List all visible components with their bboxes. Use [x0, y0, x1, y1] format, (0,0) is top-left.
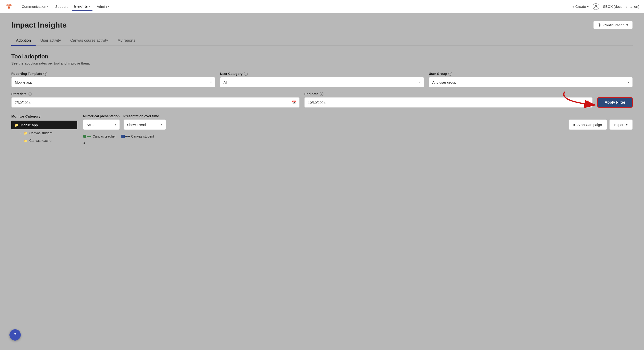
monitor-sidebar: Monitor Category 📁 Mobile app 📁 Canvas s…	[11, 114, 77, 145]
gear-icon	[598, 23, 602, 27]
reporting-template-label: Reporting Template i	[11, 72, 215, 76]
bottom-section: Monitor Category 📁 Mobile app 📁 Canvas s…	[11, 114, 633, 145]
svg-point-2	[8, 6, 10, 9]
monitor-item-mobile-app[interactable]: 📁 Mobile app	[11, 121, 77, 129]
numerical-presentation-label: Numerical presentation	[83, 114, 120, 118]
folder-icon: 📁	[24, 131, 28, 135]
chart-y-value: 3	[83, 141, 633, 145]
chevron-down-icon: ▾	[587, 4, 589, 9]
page-title: Impact Insights	[11, 21, 67, 29]
chevron-down-icon: ▾	[210, 80, 212, 84]
page-header: Impact Insights Configuration ▾	[11, 21, 633, 29]
chevron-down-icon: ▾	[47, 5, 48, 8]
apply-filter-button[interactable]: Apply Filter	[597, 97, 633, 108]
reporting-template-group: Reporting Template i Mobile app ▾	[11, 72, 215, 87]
chevron-down-icon: ▾	[115, 123, 116, 126]
user-category-group: User Category i All ▾	[220, 72, 424, 87]
user-avatar[interactable]	[592, 3, 599, 10]
topnav: Communication ▾ Support Insights ▾ Admin…	[0, 0, 644, 13]
legend-canvas-teacher: Canvas teacher	[83, 134, 116, 138]
user-category-label: User Category i	[220, 72, 424, 76]
monitor-category-label: Monitor Category	[11, 114, 77, 118]
chevron-down-icon: ▾	[108, 5, 109, 8]
nav-admin[interactable]: Admin ▾	[94, 2, 112, 10]
user-group-group: User Group i Any user group ▾	[429, 72, 633, 87]
filter-row-1: Reporting Template i Mobile app ▾ User C…	[11, 72, 633, 87]
configuration-button[interactable]: Configuration ▾	[593, 21, 633, 29]
date-row: Start date i 7/30/2024 📅 End date i 10/3…	[11, 92, 633, 108]
numerical-presentation-group: Numerical presentation Actual ▾	[83, 114, 120, 130]
user-group-label: User Group i	[429, 72, 633, 76]
nav-support[interactable]: Support	[52, 2, 70, 10]
chart-legend: Canvas teacher Canvas student	[83, 134, 633, 138]
org-name: SBOX (documentation)	[603, 4, 639, 8]
svg-point-3	[595, 5, 596, 7]
monitor-child-canvas-teacher[interactable]: 📁 Canvas teacher	[11, 137, 77, 144]
chart-controls: Numerical presentation Actual ▾ Presenta…	[83, 114, 633, 130]
apply-filter-container: Apply Filter	[597, 97, 633, 108]
help-button[interactable]: ?	[10, 329, 21, 341]
section-subtitle: See the adoption rates per tool and impr…	[11, 61, 633, 65]
tab-my-reports[interactable]: My reports	[113, 36, 140, 46]
start-date-label: Start date i	[11, 92, 300, 96]
chevron-down-icon: ▾	[419, 80, 420, 84]
presentation-over-time-select[interactable]: Show Trend ▾	[124, 119, 166, 130]
topnav-right: + Create ▾ SBOX (documentation)	[572, 3, 639, 10]
presentation-over-time-label: Presentation over time	[124, 114, 166, 118]
chevron-down-icon: ▾	[628, 80, 629, 84]
main-content: Impact Insights Configuration ▾ Adoption…	[0, 13, 644, 350]
section-title: Tool adoption	[11, 53, 633, 60]
calendar-icon: 📅	[291, 100, 296, 105]
info-icon: i	[448, 72, 452, 76]
end-date-input[interactable]: 10/30/2024 📅	[304, 97, 592, 108]
start-campaign-button[interactable]: ▶ Start Campaign	[568, 119, 607, 130]
start-date-group: Start date i 7/30/2024 📅	[11, 92, 300, 108]
user-group-select[interactable]: Any user group ▾	[429, 77, 633, 87]
chart-area: Numerical presentation Actual ▾ Presenta…	[77, 114, 633, 145]
date-section: Start date i 7/30/2024 📅 End date i 10/3…	[11, 92, 633, 108]
end-date-group: End date i 10/30/2024 📅	[304, 92, 592, 108]
chevron-down-icon: ▾	[626, 122, 628, 127]
nav-communication[interactable]: Communication ▾	[19, 2, 52, 10]
svg-point-4	[599, 24, 600, 26]
legend-canvas-student: Canvas student	[122, 134, 154, 138]
user-category-select[interactable]: All ▾	[220, 77, 424, 87]
info-icon: i	[28, 92, 32, 96]
svg-point-0	[6, 4, 9, 6]
info-icon: i	[320, 92, 324, 96]
chart-action-buttons: ▶ Start Campaign Export ▾	[568, 119, 633, 130]
numerical-presentation-select[interactable]: Actual ▾	[83, 119, 120, 130]
create-button[interactable]: + Create ▾	[572, 4, 589, 9]
folder-icon: 📁	[14, 123, 18, 127]
chevron-down-icon: ▾	[89, 5, 90, 8]
folder-icon: 📁	[24, 139, 28, 142]
tab-canvas-course-activity[interactable]: Canvas course activity	[66, 36, 113, 46]
nav-insights[interactable]: Insights ▾	[72, 2, 93, 10]
tab-adoption[interactable]: Adoption	[11, 36, 36, 46]
end-date-label: End date i	[304, 92, 592, 96]
reporting-template-select[interactable]: Mobile app ▾	[11, 77, 215, 87]
calendar-icon: 📅	[584, 100, 589, 105]
tabs: Adoption User activity Canvas course act…	[11, 36, 633, 46]
monitor-child-canvas-student[interactable]: 📁 Canvas student	[11, 129, 77, 137]
info-icon: i	[43, 72, 47, 76]
chevron-down-icon: ▾	[626, 23, 628, 27]
nav-items: Communication ▾ Support Insights ▾ Admin…	[19, 2, 567, 10]
svg-point-1	[9, 4, 12, 6]
info-icon: i	[244, 72, 248, 76]
start-date-input[interactable]: 7/30/2024 📅	[11, 97, 300, 108]
tab-user-activity[interactable]: User activity	[36, 36, 66, 46]
play-icon: ▶	[574, 123, 576, 126]
chevron-down-icon: ▾	[161, 123, 162, 126]
logo-icon[interactable]	[5, 2, 13, 11]
export-button[interactable]: Export ▾	[609, 119, 633, 130]
presentation-over-time-group: Presentation over time Show Trend ▾	[124, 114, 166, 130]
